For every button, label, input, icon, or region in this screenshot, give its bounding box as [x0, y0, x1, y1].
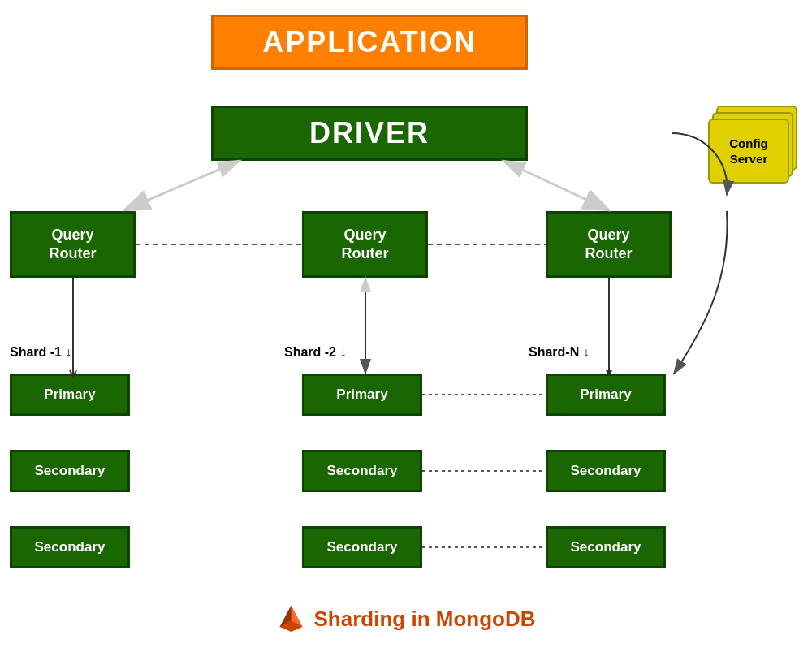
driver-box: DRIVER: [211, 106, 528, 161]
shard1-secondary2: Secondary: [10, 526, 130, 568]
shardn-primary: Primary: [546, 374, 666, 416]
qr-mid-label: QueryRouter: [342, 226, 389, 264]
svg-line-7: [503, 161, 607, 210]
branding-text: Sharding in MongoDB: [314, 607, 536, 632]
config-stack: ConfigServer: [708, 106, 797, 195]
shard2-secondary1: Secondary: [302, 450, 422, 492]
diagram: APPLICATION DRIVER QueryRouter QueryRout…: [0, 0, 812, 648]
shard1-primary: Primary: [10, 374, 130, 416]
shardn-label: Shard-N ↓: [529, 345, 590, 360]
shard2-label: Shard -2 ↓: [284, 345, 346, 360]
config-server: ConfigServer: [708, 106, 797, 195]
shard1-label: Shard -1 ↓: [10, 345, 71, 360]
shard2-primary: Primary: [302, 374, 422, 416]
mongodb-icon: [277, 604, 306, 633]
application-box: APPLICATION: [211, 15, 528, 70]
branding: Sharding in MongoDB: [277, 604, 536, 633]
shardn-secondary1: Secondary: [546, 450, 666, 492]
shardn-secondary2: Secondary: [546, 526, 666, 568]
query-router-mid: QueryRouter: [302, 211, 428, 278]
query-router-right: QueryRouter: [546, 211, 672, 278]
qr-left-label: QueryRouter: [50, 226, 97, 264]
config-card-front: ConfigServer: [708, 119, 789, 184]
shard1-secondary1: Secondary: [10, 450, 130, 492]
driver-label: DRIVER: [309, 116, 430, 150]
qr-right-label: QueryRouter: [585, 226, 633, 264]
shard2-secondary2: Secondary: [302, 526, 422, 568]
svg-line-6: [126, 161, 240, 210]
config-label: ConfigServer: [729, 136, 767, 167]
application-label: APPLICATION: [262, 25, 476, 59]
query-router-left: QueryRouter: [10, 211, 136, 278]
